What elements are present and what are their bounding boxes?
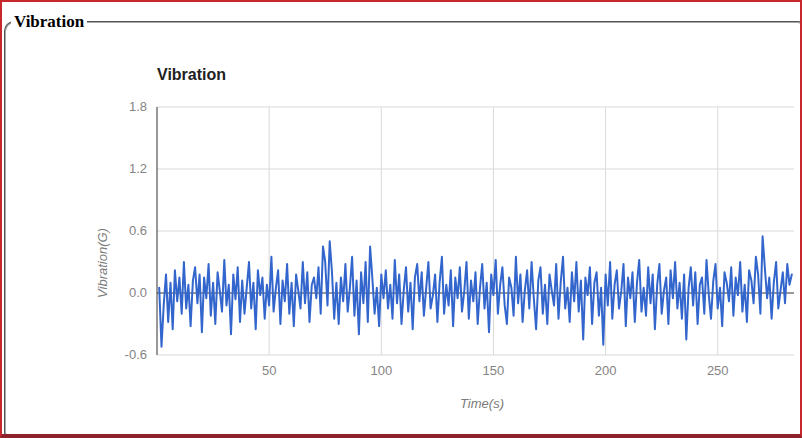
x-axis-title: Time(s) [460, 396, 504, 411]
y-tick-label: 1.8 [87, 99, 147, 114]
x-tick-label: 200 [576, 363, 636, 378]
vibration-window: Vibration Vibration 1.81.20.60.0-0.65010… [0, 0, 802, 438]
x-tick-label: 250 [688, 363, 748, 378]
x-tick-label: 50 [239, 363, 299, 378]
y-tick-label: -0.6 [87, 347, 147, 362]
series-line-vibration [159, 236, 792, 347]
x-tick-label: 150 [463, 363, 523, 378]
x-tick-label: 100 [351, 363, 411, 378]
y-axis-title: Vibration(G) [95, 228, 110, 298]
y-tick-label: 1.2 [87, 161, 147, 176]
